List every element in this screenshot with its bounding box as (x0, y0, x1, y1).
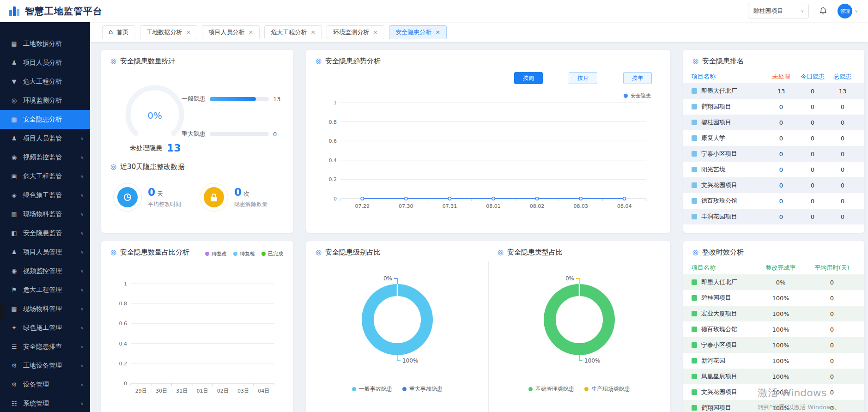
card-title-text: 安全隐患趋势分析 (325, 57, 381, 66)
sidebar-item[interactable]: ◉视频监控监管∨ (0, 148, 90, 167)
sidebar-item[interactable]: ◧安全隐患监管∨ (0, 224, 90, 242)
bar-fill (210, 97, 256, 101)
table-row: 德百玫瑰公馆000 (683, 193, 864, 209)
column-header: 项目名称 (692, 73, 766, 81)
menu-label: 危大工程分析 (23, 78, 62, 86)
cell-value: 100% (753, 357, 808, 364)
card-title-text: 安全隐患排名 (702, 57, 744, 66)
rectification-stats: 0天平均整改时间0次隐患解除数量 (113, 183, 286, 212)
legend-label: 生产现场类隐患 (591, 385, 630, 393)
tab-close-icon[interactable]: × (248, 29, 253, 36)
project-name-cell: 宁泰小区项目 (692, 150, 766, 158)
menu-label: 安全隐患监管 (23, 229, 62, 237)
sidebar-item[interactable]: ▦现场物料监管∨ (0, 205, 90, 224)
tab-close-icon[interactable]: × (186, 29, 191, 36)
svg-text:04日: 04日 (258, 388, 269, 394)
tab[interactable]: 项目人员分析× (202, 25, 260, 39)
sidebar-item[interactable]: ⚙设备管理∨ (0, 375, 90, 394)
cell-value: 0 (796, 103, 829, 110)
menu-icon: ▥ (10, 116, 18, 123)
card-hazard-trend: ◎ 安全隐患趋势分析 按周按月按年 安全隐患 00.20.40.60.8107.… (306, 50, 670, 233)
sidebar-item[interactable]: ◈绿色施工监管∨ (0, 186, 90, 205)
project-name-cell: 凤凰星辰项目 (692, 372, 753, 381)
sidebar-item[interactable]: ♟项目人员管理∨ (0, 242, 90, 261)
cell-value: 0 (766, 135, 796, 142)
stat-unit: 天 (157, 190, 163, 197)
sidebar-item[interactable]: ⚑危大工程管理∨ (0, 280, 90, 299)
sidebar-item[interactable]: ☰安全隐患排查∨ (0, 337, 90, 356)
timeliness-table-header: 项目名称整改完成率平均用时(天) (683, 262, 864, 273)
sidebar-item[interactable]: ▣危大工程监管∨ (0, 167, 90, 186)
period-button[interactable]: 按年 (623, 72, 652, 84)
project-name-cell: 碧桂园项目 (692, 118, 766, 127)
sidebar-item[interactable]: ▤工地数据分析 (0, 34, 90, 53)
tab-close-icon[interactable]: × (310, 29, 316, 36)
row-marker-icon (692, 135, 697, 141)
app-title: 智慧工地监管平台 (25, 5, 103, 18)
period-button[interactable]: 按周 (514, 72, 543, 84)
user-menu[interactable]: 管理 ∨ (838, 4, 858, 18)
table-row: 文兴花园项目100%0 (683, 384, 864, 400)
legend-dot (584, 387, 589, 391)
sidebar-item[interactable]: ♟项目人员分析 (0, 53, 90, 72)
project-name-cell: 即墨大任北厂 (692, 278, 753, 286)
tab[interactable]: 环境监测分析× (327, 25, 384, 39)
table-row: 即墨大任北厂13013 (683, 83, 864, 99)
sidebar-item[interactable]: ✦绿色施工管理∨ (0, 318, 90, 337)
unhandled-value: 13 (167, 142, 181, 154)
svg-text:29日: 29日 (135, 388, 147, 394)
svg-text:08.02: 08.02 (530, 203, 545, 209)
sidebar-collapse-handle[interactable] (0, 303, 4, 321)
svg-text:0.2: 0.2 (329, 176, 337, 182)
hazard-bars: 一般隐患13重大隐患0 (180, 94, 283, 164)
sidebar-item[interactable]: ♟项目人员监管∨ (0, 129, 90, 148)
sidebar-item[interactable]: ◉视频监控管理∨ (0, 261, 90, 280)
ratio-legend: 待整改待复检已完成 (205, 250, 283, 257)
tab[interactable]: 工地数据分析× (140, 25, 198, 39)
legend-dot (352, 387, 356, 391)
sidebar-item[interactable]: ⚙工地设备管理∨ (0, 356, 90, 375)
cell-value: 100% (753, 326, 808, 333)
svg-text:0.2: 0.2 (119, 361, 127, 367)
card-title-icon: ◎ (110, 249, 116, 256)
menu-icon: ▦ (10, 305, 18, 312)
logo: 智慧工地监管平台 (8, 5, 103, 18)
tab-close-icon[interactable]: × (373, 29, 378, 36)
sidebar-item[interactable]: ▼危大工程分析 (0, 72, 90, 91)
sidebar-item[interactable]: ▥安全隐患分析 (0, 110, 90, 129)
row-marker-icon (692, 182, 697, 188)
notifications-bell-icon[interactable] (818, 6, 828, 16)
sidebar-item[interactable]: ◎环境监测分析 (0, 91, 90, 110)
tab[interactable]: ⌂首页 (102, 25, 135, 39)
stat-icon-badge (204, 187, 224, 207)
menu-icon: ◉ (10, 154, 18, 161)
project-selector[interactable]: 碧桂园项目 ∨ (748, 4, 809, 18)
cell-value: 0 (796, 88, 829, 95)
menu-label: 视频监控管理 (23, 267, 62, 275)
menu-icon: ▣ (10, 173, 18, 180)
table-row: 鹤翔园项目100%0 (683, 400, 864, 412)
cell-value: 0 (808, 357, 856, 364)
card-title-icon: ◎ (316, 249, 322, 256)
cell-value: 0 (796, 135, 829, 142)
card-title-icon: ◎ (110, 58, 116, 65)
tab[interactable]: 危大工程分析× (264, 25, 322, 39)
sidebar-item[interactable]: ☷系统管理∨ (0, 394, 90, 412)
legend-label: 已完成 (268, 250, 283, 257)
tab[interactable]: 安全隐患分析× (389, 25, 447, 39)
period-button[interactable]: 按月 (569, 72, 597, 84)
panel-level-ratio: ◎ 安全隐患级别占比 0%100% 一般事故隐患重大事故隐患 (306, 241, 488, 412)
sidebar-item[interactable]: ▦现场物料管理∨ (0, 299, 90, 318)
svg-text:03日: 03日 (237, 388, 249, 394)
card-hazard-pies: ◎ 安全隐患级别占比 0%100% 一般事故隐患重大事故隐患 ◎ 安全隐患类型占… (306, 241, 670, 412)
menu-label: 现场物料监管 (23, 210, 62, 218)
tab-close-icon[interactable]: × (435, 29, 440, 36)
card-title: ◎ 安全隐患排名 (683, 50, 864, 66)
table-row: 碧桂园项目100%0 (683, 290, 864, 306)
row-marker-icon (692, 327, 697, 332)
ranking-table-header: 项目名称未处理今日隐患总隐患 (683, 71, 864, 82)
tab-label: 安全隐患分析 (395, 28, 431, 36)
card-hazard-stats: ◎ 安全隐患数量统计 0% 一般隐患13重大隐患0 未处理隐患 13 ◎ 近30… (101, 50, 293, 233)
cell-value: 0 (808, 389, 856, 396)
cell-value: 0 (808, 326, 856, 333)
